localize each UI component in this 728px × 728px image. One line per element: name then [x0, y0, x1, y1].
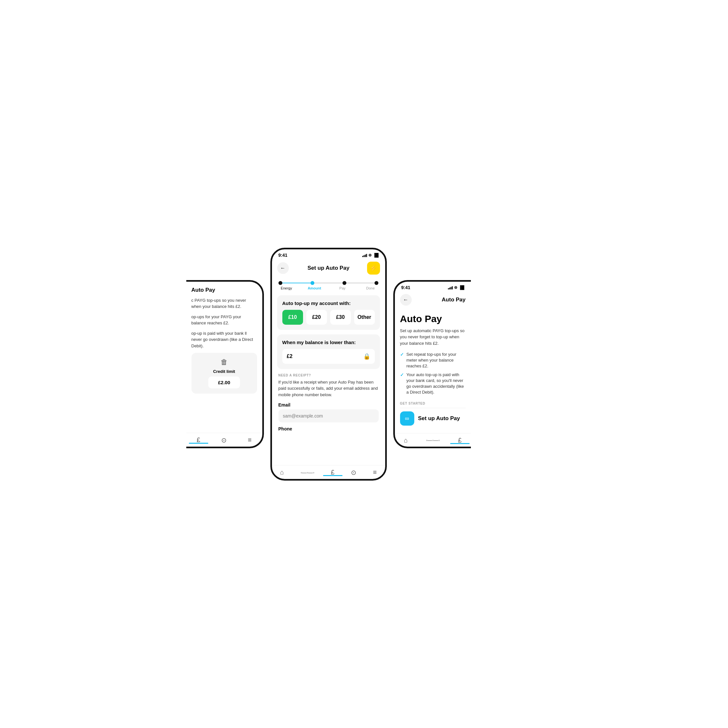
- right-usage-icon: ◦—◦—◦: [426, 437, 440, 443]
- wifi-icon: ⊜: [369, 253, 372, 257]
- right-desc: Set up automatic PAYG top-ups so you nev…: [400, 327, 466, 347]
- center-nav-usage[interactable]: ◦—◦—◦: [300, 470, 314, 475]
- help-icon: ⊙: [221, 436, 227, 444]
- center-phone: 9:41 ⊜ ▐█ ← Set up Auto Pay ⚡: [271, 248, 387, 480]
- bolt-button[interactable]: ⚡: [367, 262, 380, 275]
- get-started-label: GET STARTED: [400, 402, 466, 405]
- step-label-done: Done: [362, 286, 378, 290]
- topup-card-title: Auto top-up my account with:: [282, 300, 375, 306]
- checkmark-2: ✓: [400, 372, 404, 378]
- right-header: ← Auto Pay: [395, 291, 471, 308]
- right-big-title: Auto Pay: [400, 314, 466, 324]
- receipt-desc: If you'd like a receipt when your Auto P…: [278, 379, 379, 398]
- right-status-icons: ⊜ ▐█: [448, 285, 464, 290]
- credit-limit-card: 🗑 Credit limit £2.00: [191, 353, 257, 394]
- amount-other-button[interactable]: Other: [354, 310, 375, 325]
- step-dot-done: [375, 281, 378, 285]
- balance-value: £2: [287, 353, 293, 359]
- divider: [400, 408, 466, 408]
- usage-icon: ◦—◦—◦: [300, 470, 314, 475]
- right-bottom-nav: ⌂ ◦—◦—◦ £: [395, 433, 471, 447]
- right-wifi-icon: ⊜: [454, 285, 457, 290]
- nav-item-payment[interactable]: £: [197, 436, 200, 444]
- topup-card: Auto top-up my account with: £10 £20 £30…: [277, 295, 380, 330]
- step-line-3: [346, 283, 375, 283]
- receipt-label: NEED A RECEIPT?: [278, 373, 379, 377]
- center-bottom-nav: ⌂ ◦—◦—◦ £ ⊙ ≡: [272, 465, 385, 479]
- stepper: Energy Amount Pay Done: [272, 277, 385, 291]
- step-label-energy: Energy: [278, 286, 295, 290]
- right-nav-usage[interactable]: ◦—◦—◦: [426, 437, 440, 443]
- credit-limit-value: £2.00: [208, 376, 240, 388]
- balance-input-row: £2 🔒: [282, 349, 375, 364]
- phone-group: Phone: [278, 426, 379, 431]
- lock-icon: 🔒: [363, 353, 370, 360]
- amount-20-button[interactable]: £20: [306, 310, 327, 325]
- check-text-1: Set repeat top-ups for your meter when y…: [407, 352, 466, 369]
- step-dot-pay: [343, 281, 346, 285]
- checklist: ✓ Set repeat top-ups for your meter when…: [400, 352, 466, 395]
- email-label: Email: [278, 402, 379, 407]
- amount-10-button[interactable]: £10: [282, 310, 303, 325]
- step-label-pay: Pay: [334, 286, 350, 290]
- nav-item-menu[interactable]: ≡: [248, 436, 252, 444]
- right-page-title: Auto Pay: [442, 297, 466, 303]
- phone-label: Phone: [278, 426, 379, 431]
- status-bar: 9:41 ⊜ ▐█: [272, 249, 385, 259]
- center-nav-home[interactable]: ⌂: [280, 469, 284, 476]
- left-bottom-nav: £ ⊙ ≡: [186, 433, 262, 447]
- left-title: Auto Pay: [191, 287, 257, 293]
- step-line-2: [314, 283, 343, 283]
- amount-30-button[interactable]: £30: [330, 310, 351, 325]
- autopay-icon: ∞: [400, 411, 414, 426]
- nav-item-help[interactable]: ⊙: [221, 436, 227, 444]
- right-status-bar: 9:41 ⊜ ▐█: [395, 282, 471, 291]
- check-item-2: ✓ Your auto top-up is paid with your ban…: [400, 372, 466, 396]
- menu-icon: ≡: [248, 436, 252, 444]
- right-phone: 9:41 ⊜ ▐█ ← Auto Pay Auto Pay Set up aut…: [393, 280, 471, 448]
- right-nav-home[interactable]: ⌂: [404, 437, 408, 444]
- center-nav-payment[interactable]: £: [331, 469, 334, 476]
- right-signal-icon: [448, 286, 453, 289]
- right-status-time: 9:41: [401, 285, 410, 290]
- status-time: 9:41: [278, 252, 288, 258]
- credit-limit-label: Credit limit: [213, 369, 235, 374]
- setup-autopay-button[interactable]: ∞ Set up Auto Pay: [400, 411, 460, 426]
- step-label-amount: Amount: [306, 286, 323, 290]
- battery-icon: ▐█: [373, 253, 378, 257]
- center-nav-help[interactable]: ⊙: [351, 469, 356, 476]
- signal-icon: [362, 253, 367, 257]
- right-content: Auto Pay Set up automatic PAYG top-ups s…: [395, 308, 471, 433]
- menu-icon: ≡: [373, 469, 377, 476]
- balance-card-title: When my balance is lower than:: [282, 340, 375, 345]
- help-icon: ⊙: [351, 469, 356, 476]
- left-phone: Auto Pay c PAYG top-ups so you never whe…: [186, 280, 264, 448]
- back-button[interactable]: ←: [277, 262, 289, 274]
- email-input[interactable]: [278, 410, 379, 422]
- step-dot-energy: [278, 281, 282, 285]
- receipt-section: NEED A RECEIPT? If you'd like a receipt …: [277, 373, 380, 436]
- setup-btn-label: Set up Auto Pay: [418, 415, 460, 422]
- center-nav-menu[interactable]: ≡: [373, 469, 377, 476]
- step-dot-amount: [310, 281, 314, 285]
- left-body2: op-ups for your PAYG your balance reache…: [191, 314, 257, 326]
- right-back-button[interactable]: ←: [400, 294, 412, 306]
- home-icon: ⌂: [280, 469, 284, 476]
- step-line-1: [282, 283, 310, 283]
- right-battery-icon: ▐█: [459, 285, 464, 290]
- center-content: Auto top-up my account with: £10 £20 £30…: [272, 291, 385, 465]
- left-body3: op-up is paid with your bank ll never go…: [191, 330, 257, 349]
- balance-card: When my balance is lower than: £2 🔒: [277, 334, 380, 369]
- center-header: ← Set up Auto Pay ⚡: [272, 259, 385, 277]
- right-nav-payment[interactable]: £: [458, 437, 462, 444]
- check-item-1: ✓ Set repeat top-ups for your meter when…: [400, 352, 466, 369]
- page-title: Set up Auto Pay: [307, 265, 350, 271]
- check-text-2: Your auto top-up is paid with your bank …: [407, 372, 466, 396]
- right-home-icon: ⌂: [404, 437, 408, 444]
- amount-buttons: £10 £20 £30 Other: [282, 310, 375, 325]
- email-group: Email: [278, 402, 379, 422]
- checkmark-1: ✓: [400, 352, 404, 357]
- status-icons: ⊜ ▐█: [362, 253, 378, 257]
- trash-icon[interactable]: 🗑: [220, 358, 228, 366]
- left-body1: c PAYG top-ups so you never when your ba…: [191, 297, 257, 310]
